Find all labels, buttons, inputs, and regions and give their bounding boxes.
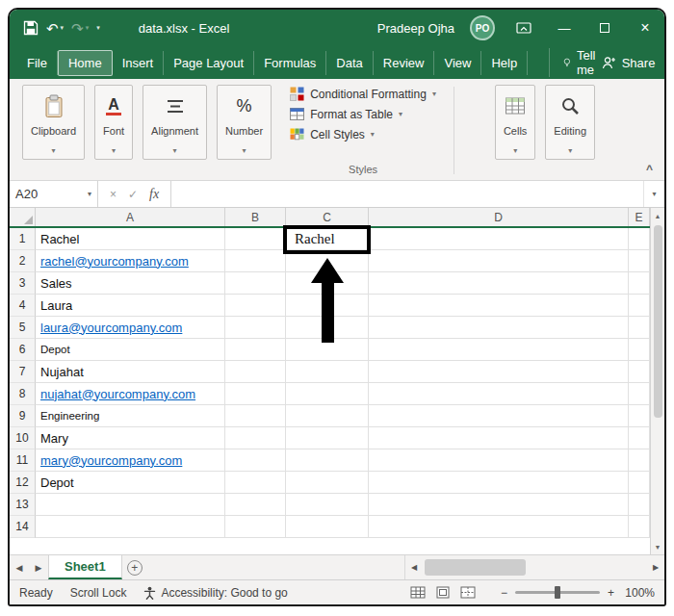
cell[interactable] [225, 449, 286, 472]
cell[interactable] [369, 339, 629, 361]
cell[interactable] [225, 472, 286, 494]
row-header-2[interactable]: 2 [10, 250, 36, 272]
cell[interactable] [369, 494, 629, 516]
minimize-button[interactable]: — [557, 20, 572, 36]
cell[interactable] [225, 427, 286, 449]
tab-home[interactable]: Home [58, 50, 113, 76]
tab-review[interactable]: Review [374, 51, 435, 75]
insert-function-button[interactable]: fx [149, 187, 159, 202]
cell-A9[interactable]: Engineering [36, 405, 225, 427]
share-button[interactable]: Share [601, 56, 656, 70]
cell[interactable] [369, 272, 629, 295]
cell-A6[interactable]: Depot [36, 339, 225, 361]
cell[interactable] [369, 427, 629, 449]
column-header-A[interactable]: A [36, 208, 225, 226]
cell[interactable] [225, 516, 286, 538]
cell-A7[interactable]: Nujahat [36, 361, 225, 383]
cell[interactable] [629, 405, 650, 427]
cell[interactable] [286, 494, 369, 516]
row-header-9[interactable]: 9 [10, 405, 36, 427]
cell[interactable] [286, 383, 369, 405]
zoom-slider-thumb[interactable] [555, 586, 560, 599]
cell[interactable] [629, 472, 650, 494]
cell-A10[interactable]: Mary [36, 427, 225, 449]
previous-sheet-button[interactable]: ◀ [10, 555, 29, 579]
cell[interactable] [629, 250, 650, 272]
cell[interactable] [225, 361, 286, 383]
zoom-out-button[interactable]: − [501, 586, 507, 600]
zoom-in-button[interactable]: + [608, 586, 614, 600]
cells-group-button[interactable]: Cells ▾ [495, 85, 535, 160]
cell-A3[interactable]: Sales [36, 272, 225, 295]
cell-A11[interactable]: mary@yourcompany.com [36, 449, 225, 472]
tell-me-button[interactable]: Tell me [549, 48, 601, 77]
select-all-button[interactable] [10, 208, 36, 226]
column-header-E[interactable]: E [629, 208, 650, 226]
page-layout-view-icon[interactable] [435, 586, 451, 599]
cell[interactable] [629, 339, 650, 361]
vertical-scroll-thumb[interactable] [654, 225, 662, 418]
cell[interactable] [369, 383, 629, 405]
scroll-down-button[interactable]: ▼ [651, 539, 664, 554]
new-sheet-button[interactable]: + [122, 555, 147, 579]
cell[interactable] [369, 516, 629, 538]
cell[interactable] [369, 449, 629, 472]
cell[interactable] [225, 295, 286, 317]
enter-entry-button[interactable]: ✓ [128, 188, 138, 201]
row-header-6[interactable]: 6 [10, 339, 36, 361]
page-break-preview-icon[interactable] [460, 586, 476, 599]
row-header-7[interactable]: 7 [10, 361, 36, 383]
next-sheet-button[interactable]: ▶ [29, 555, 48, 579]
account-user-name[interactable]: Pradeep Ojha [377, 21, 454, 36]
horizontal-scroll-track[interactable] [423, 555, 647, 579]
cell[interactable] [629, 449, 650, 472]
cell[interactable] [629, 361, 650, 383]
cell[interactable] [225, 272, 286, 295]
cell-A2[interactable]: rachel@yourcompany.com [36, 250, 225, 272]
save-button[interactable] [23, 20, 39, 36]
row-header-14[interactable]: 14 [10, 516, 36, 538]
horizontal-scrollbar[interactable]: ◀ ▶ [404, 555, 664, 579]
avatar[interactable]: PO [470, 15, 495, 40]
row-header-4[interactable]: 4 [10, 295, 36, 317]
column-header-D[interactable]: D [369, 208, 629, 226]
cell[interactable] [629, 317, 650, 339]
scroll-left-button[interactable]: ◀ [405, 555, 423, 579]
cell-A5[interactable]: laura@yourcompany.com [36, 317, 225, 339]
tab-help[interactable]: Help [481, 51, 528, 75]
font-group-button[interactable]: A Font ▾ [94, 85, 133, 160]
formula-input[interactable] [171, 181, 643, 207]
sheet-tab-sheet1[interactable]: Sheet1 [48, 555, 122, 579]
row-header-5[interactable]: 5 [10, 317, 36, 339]
cell[interactable] [286, 449, 369, 472]
row-header-3[interactable]: 3 [10, 272, 36, 295]
vertical-scrollbar[interactable]: ▲ ▼ [650, 208, 664, 554]
cell[interactable] [225, 250, 286, 272]
horizontal-scroll-thumb[interactable] [425, 559, 526, 576]
expand-formula-bar-button[interactable]: ▾ [643, 181, 664, 207]
close-button[interactable]: × [637, 20, 653, 36]
tab-file[interactable]: File [17, 51, 58, 75]
scroll-right-button[interactable]: ▶ [647, 555, 664, 579]
cell[interactable] [225, 405, 286, 427]
cell[interactable] [629, 516, 650, 538]
row-header-10[interactable]: 10 [10, 427, 36, 449]
tab-data[interactable]: Data [326, 51, 373, 75]
customize-qat-button[interactable]: ▾ [96, 24, 100, 32]
row-header-12[interactable]: 12 [10, 472, 36, 494]
cell[interactable] [369, 250, 629, 272]
cell[interactable] [369, 228, 629, 250]
cell[interactable] [369, 317, 629, 339]
scroll-up-button[interactable]: ▲ [651, 208, 664, 223]
normal-view-icon[interactable] [410, 586, 426, 599]
cell[interactable] [369, 361, 629, 383]
format-as-table-button[interactable]: Format as Table ▾ [286, 105, 440, 123]
cell-A13[interactable] [36, 494, 225, 516]
row-header-11[interactable]: 11 [10, 449, 36, 472]
column-header-C[interactable]: C [286, 208, 369, 226]
cell-A8[interactable]: nujahat@yourcompany.com [36, 383, 225, 405]
number-group-button[interactable]: % Number ▾ [217, 85, 272, 160]
cell[interactable] [629, 228, 650, 250]
cell[interactable] [225, 339, 286, 361]
collapse-ribbon-button[interactable]: ^ [646, 163, 653, 176]
